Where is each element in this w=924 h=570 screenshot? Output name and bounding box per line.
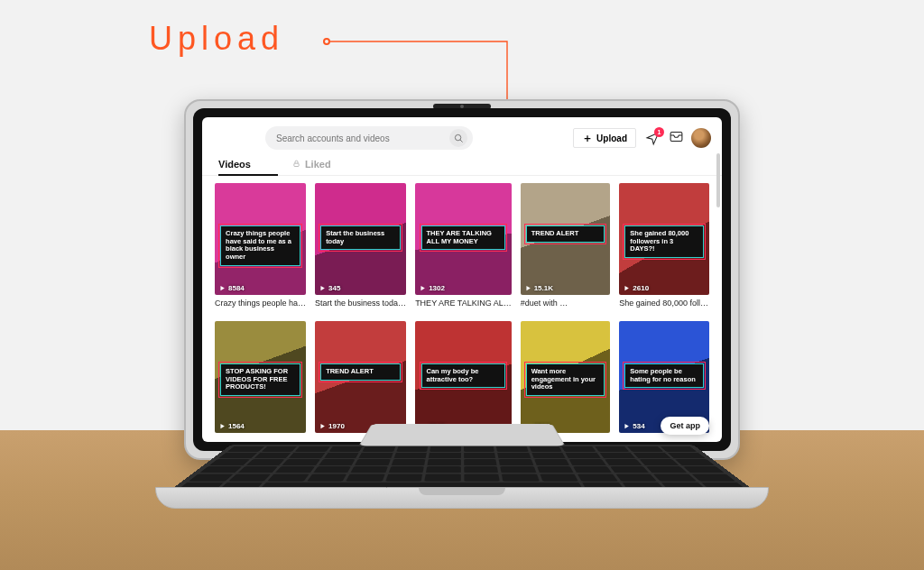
video-views: 15.1K (525, 284, 553, 292)
video-caption: Crazy things people ha… (215, 299, 306, 308)
video-thumbnail[interactable]: Start the business today345 (315, 183, 406, 295)
inbox-icon[interactable] (669, 129, 684, 148)
video-overlay-text: Want more engagement in your videos (526, 363, 605, 396)
video-grid: Crazy things people have said to me as a… (202, 176, 722, 442)
video-overlay-text: THEY ARE TALKING ALL MY MONEY (421, 225, 506, 250)
avatar[interactable] (691, 128, 711, 148)
tab-liked[interactable]: Liked (292, 159, 331, 175)
video-views: 345 (319, 284, 340, 292)
video-card[interactable]: TREND ALERT1970 (315, 321, 406, 439)
app-screen: ＋ Upload 1 Videos (202, 117, 722, 442)
keyboard (167, 445, 758, 493)
video-thumbnail[interactable]: Want more engagement in your videos1517 (521, 321, 611, 433)
scrollbar-thumb[interactable] (716, 153, 720, 207)
profile-tabs: Videos Liked (202, 155, 722, 176)
search-box[interactable] (265, 126, 473, 150)
video-overlay-text: TREND ALERT (320, 363, 401, 381)
svg-line-1 (459, 139, 462, 142)
top-bar: ＋ Upload 1 (202, 117, 722, 155)
svg-rect-2 (670, 132, 682, 141)
upload-button[interactable]: ＋ Upload (573, 128, 636, 148)
video-thumbnail[interactable]: THEY ARE TALKING ALL MY MONEY1302 (415, 183, 512, 295)
search-icon[interactable] (449, 129, 467, 147)
video-views: 1564 (219, 422, 245, 430)
plus-icon: ＋ (582, 133, 593, 143)
tab-videos[interactable]: Videos (218, 159, 251, 175)
annotation-label: Upload (149, 20, 284, 58)
video-views: 1302 (420, 284, 445, 292)
video-card[interactable]: She gained 80,000 followers in 3 DAYS?!2… (619, 183, 709, 314)
trackpad (358, 424, 565, 446)
video-caption: THEY ARE TALKING AL… (415, 299, 512, 308)
tab-liked-label: Liked (305, 159, 331, 170)
laptop-base (155, 487, 769, 509)
video-card[interactable]: Want more engagement in your videos1517 (521, 321, 611, 439)
video-thumbnail[interactable]: STOP ASKING FOR VIDEOS FOR FREE PRODUCTS… (215, 321, 306, 433)
video-thumbnail[interactable]: Crazy things people have said to me as a… (215, 183, 306, 295)
video-card[interactable]: TREND ALERT15.1K#duet with … (521, 183, 611, 314)
tab-indicator (218, 174, 278, 176)
video-views: 2610 (624, 284, 649, 292)
video-thumbnail[interactable]: TREND ALERT1970 (315, 321, 406, 433)
video-views: 534 (624, 422, 644, 430)
video-overlay-text: Can my body be attractive too? (421, 363, 506, 388)
video-overlay-text: Some people be hating for no reason (624, 363, 704, 388)
video-card[interactable]: THEY ARE TALKING ALL MY MONEY1302THEY AR… (415, 183, 512, 314)
video-card[interactable]: Start the business today345Start the bus… (315, 183, 406, 314)
video-thumbnail[interactable]: Can my body be attractive too?2347 (415, 321, 512, 433)
video-caption: Start the business toda… (315, 299, 406, 308)
video-views: 1970 (319, 422, 345, 430)
video-card[interactable]: STOP ASKING FOR VIDEOS FOR FREE PRODUCTS… (215, 321, 306, 439)
video-card[interactable]: Can my body be attractive too?2347 (415, 321, 512, 439)
video-overlay-text: TREND ALERT (526, 225, 605, 243)
search-input[interactable] (276, 133, 449, 143)
messages-icon[interactable]: 1 (643, 129, 661, 147)
notification-badge: 1 (654, 127, 664, 137)
video-overlay-text: She gained 80,000 followers in 3 DAYS?! (624, 225, 704, 258)
laptop-mockup: ＋ Upload 1 Videos (155, 99, 769, 525)
video-overlay-text: STOP ASKING FOR VIDEOS FOR FREE PRODUCTS… (220, 363, 300, 396)
video-thumbnail[interactable]: TREND ALERT15.1K (521, 183, 611, 295)
tab-videos-label: Videos (218, 159, 251, 170)
video-overlay-text: Start the business today (320, 225, 401, 250)
upload-label: Upload (596, 133, 627, 143)
lock-icon (292, 159, 300, 170)
svg-rect-3 (294, 163, 299, 166)
video-card[interactable]: Crazy things people have said to me as a… (215, 183, 306, 314)
video-thumbnail[interactable]: She gained 80,000 followers in 3 DAYS?!2… (619, 183, 709, 295)
annotation-anchor-dot (323, 38, 330, 45)
video-caption: She gained 80,000 foll… (619, 299, 709, 308)
get-app-button[interactable]: Get app (661, 417, 709, 435)
video-caption: #duet with … (521, 299, 611, 308)
video-views: 8584 (219, 284, 245, 292)
video-overlay-text: Crazy things people have said to me as a… (220, 225, 300, 266)
svg-point-0 (455, 134, 460, 140)
